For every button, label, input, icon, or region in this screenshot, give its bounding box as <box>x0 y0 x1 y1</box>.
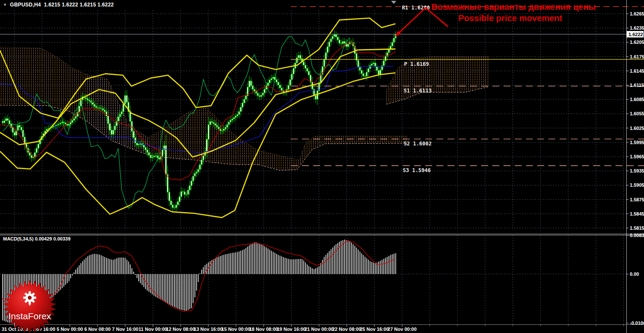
svg-text:1.6175: 1.6175 <box>630 54 644 59</box>
svg-text:1.6115: 1.6115 <box>630 83 644 88</box>
pivot-label-S2: S2 1.6002 <box>404 141 432 147</box>
svg-text:1.5875: 1.5875 <box>630 197 644 202</box>
svg-text:27 Nov 00:00: 27 Nov 00:00 <box>388 327 417 332</box>
svg-text:15 Nov 00:00: 15 Nov 00:00 <box>221 327 250 332</box>
logo-starburst <box>3 280 56 333</box>
svg-text:0.00833: 0.00833 <box>630 233 644 238</box>
svg-text:6 Nov 08:00: 6 Nov 08:00 <box>84 327 111 332</box>
price-axis[interactable]: 1.62651.62351.62051.61751.61451.61151.60… <box>626 11 644 326</box>
annotation-text-ru[interactable]: Возможные варианты движения цены <box>431 2 596 12</box>
symbol-period-label: GBPUSD,H4 <box>10 2 41 8</box>
ohlc-values: 1.6215 1.6222 1.6215 1.6222 <box>44 2 114 8</box>
trading-chart-window: R1 1.6280P 1.6169S1 1.6113S2 1.6002S3 1.… <box>0 0 644 333</box>
svg-text:1.6205: 1.6205 <box>630 40 644 45</box>
chart-canvas[interactable]: R1 1.6280P 1.6169S1 1.6113S2 1.6002S3 1.… <box>0 0 644 333</box>
svg-text:1.5815: 1.5815 <box>630 225 644 231</box>
logo-text: InstaForex <box>8 311 51 321</box>
pivot-label-P: P 1.6169 <box>404 61 429 67</box>
svg-text:1.6235: 1.6235 <box>630 25 644 31</box>
svg-text:0.00: 0.00 <box>630 271 639 277</box>
pivot-label-S1: S1 1.6113 <box>404 88 432 94</box>
annotation-text-en[interactable]: Possible price movement <box>458 13 562 23</box>
svg-text:25 Nov 16:00: 25 Nov 16:00 <box>360 327 389 332</box>
svg-text:1.5845: 1.5845 <box>630 211 644 216</box>
svg-text:1.5905: 1.5905 <box>630 182 644 188</box>
svg-text:1.6145: 1.6145 <box>630 68 644 74</box>
svg-text:1.6265: 1.6265 <box>630 11 644 16</box>
svg-text:21 Nov 00:00: 21 Nov 00:00 <box>305 327 333 332</box>
object-marker-icon[interactable] <box>391 1 396 4</box>
symbol-dropdown-icon[interactable]: ▼ <box>3 3 7 7</box>
svg-text:1.6055: 1.6055 <box>630 111 644 116</box>
svg-text:1.6222: 1.6222 <box>628 32 643 37</box>
svg-text:13 Nov 16:00: 13 Nov 16:00 <box>194 327 223 332</box>
grid-lines <box>0 10 626 324</box>
svg-text:22 Nov 08:00: 22 Nov 08:00 <box>332 327 361 332</box>
svg-text:19 Nov 16:00: 19 Nov 16:00 <box>277 327 306 332</box>
svg-text:11 Nov 00:00: 11 Nov 00:00 <box>139 327 168 332</box>
svg-text:1.5965: 1.5965 <box>630 154 644 159</box>
svg-text:1.5935: 1.5935 <box>630 168 644 173</box>
instaforex-logo: InstaForex <box>0 278 64 333</box>
svg-text:1.5995: 1.5995 <box>630 140 644 145</box>
svg-text:18 Nov 08:00: 18 Nov 08:00 <box>249 327 278 332</box>
svg-text:7 Nov 16:00: 7 Nov 16:00 <box>112 327 138 332</box>
svg-text:1.6025: 1.6025 <box>630 126 644 131</box>
time-axis[interactable]: 31 Oct 20131 Nov 16:005 Nov 00:006 Nov 0… <box>2 325 624 332</box>
svg-text:-0.01069: -0.01069 <box>630 321 644 326</box>
pivot-label-S3: S3 1.5946 <box>403 167 431 173</box>
svg-text:12 Nov 08:00: 12 Nov 08:00 <box>166 327 195 332</box>
chart-title: ▼GBPUSD,H4 1.6215 1.6222 1.6215 1.6222 <box>3 2 114 8</box>
svg-text:1.6085: 1.6085 <box>630 97 644 102</box>
macd-indicator-label: MACD(5,34,5) 0.00429 0.00339 <box>3 236 71 241</box>
pane-dividers <box>0 0 644 333</box>
